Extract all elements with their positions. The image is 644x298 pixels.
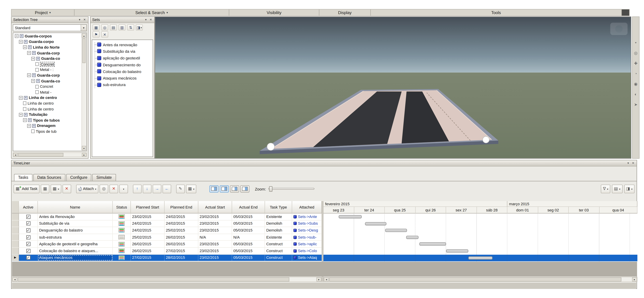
ribbon-collapse-button[interactable] — [622, 10, 629, 16]
tab-configure[interactable]: Configure — [66, 174, 92, 181]
scroll-thumb[interactable] — [82, 38, 86, 63]
clear-attachment-button[interactable]: ✕ — [110, 185, 118, 193]
sets-titlebar[interactable]: Sets ▾ ✕ — [90, 17, 154, 23]
planned-start-cell[interactable]: 25/02/2015 — [131, 234, 165, 240]
row-selector-cell[interactable] — [12, 214, 19, 220]
insert-options-button[interactable]: ▦▾ — [50, 185, 61, 193]
actual-start-cell[interactable]: 23/02/2015 — [198, 254, 232, 261]
planned-end-cell[interactable]: 26/02/2015 — [165, 234, 198, 240]
tree-item[interactable]: −✕Guarda-corp — [14, 73, 82, 78]
task-row[interactable]: ✓Desguarnição do balastro24/02/201525/02… — [12, 227, 322, 234]
row-selector-cell[interactable]: ▶ — [12, 254, 19, 261]
gantt-chart[interactable] — [324, 214, 638, 262]
gantt-row[interactable] — [324, 227, 638, 234]
active-cell[interactable]: ✓ — [19, 227, 38, 234]
selection-set-item[interactable]: Antes da renovação — [92, 41, 153, 48]
tree-item[interactable]: −✕Guarda-corpos — [14, 33, 82, 39]
filter-tasks-button[interactable]: ∇▾ — [601, 185, 610, 193]
tree-vertical-scrollbar[interactable]: ▲ ▼ — [82, 33, 86, 150]
planned-end-cell[interactable]: 25/02/2015 — [165, 227, 198, 234]
tree-expander-icon[interactable]: − — [19, 96, 23, 100]
name-cell[interactable]: Aplicação de geotextil e geogrelha — [38, 241, 113, 247]
actual-start-cell[interactable]: 23/02/2015 — [198, 241, 232, 247]
tree-item[interactable]: −✕Linha de centro — [14, 95, 82, 101]
ribbon-tab-display[interactable]: Display — [319, 10, 371, 16]
active-checkbox[interactable]: ✓ — [26, 221, 30, 226]
actual-start-cell[interactable]: 23/02/2015 — [198, 214, 232, 220]
look-around-icon[interactable]: ◐ — [634, 92, 637, 96]
tree-item[interactable]: Metal - : — [14, 67, 82, 73]
active-cell[interactable]: ✓ — [19, 241, 38, 247]
active-checkbox[interactable]: ✓ — [26, 215, 30, 219]
name-cell[interactable]: Antes da Renovação — [38, 214, 113, 220]
selection-set-item[interactable]: Colocação do balastro — [92, 68, 153, 75]
actual-start-cell[interactable]: 23/02/2015 — [198, 220, 232, 227]
pan-icon[interactable]: ✚ — [634, 62, 638, 66]
actual-start-cell[interactable]: 23/02/2015 — [198, 227, 232, 234]
scroll-left-icon[interactable]: ◄ — [324, 277, 329, 281]
column-header-attached[interactable]: Attached — [292, 201, 322, 214]
delete-set-button[interactable]: ✕ — [101, 31, 108, 38]
move-down-button[interactable]: ↓ — [143, 185, 151, 193]
active-cell[interactable]: ✓ — [19, 214, 38, 220]
view-mode-actual-button[interactable] — [240, 185, 250, 192]
gantt-bar[interactable] — [419, 242, 446, 246]
sort-sets-button[interactable]: ⇅ — [127, 24, 134, 31]
task-row[interactable]: ✓Subtituição de via24/02/201524/02/20152… — [12, 220, 322, 227]
scroll-left-icon[interactable]: ◄ — [13, 153, 18, 157]
planned-start-cell[interactable]: 27/02/2015 — [131, 254, 165, 261]
planned-start-cell[interactable]: 26/02/2015 — [131, 248, 165, 254]
ribbon-tab-visibility[interactable]: Visibility — [229, 10, 319, 16]
tab-tasks[interactable]: Tasks — [14, 174, 32, 181]
actual-end-cell[interactable]: 05/03/2015 — [232, 248, 265, 254]
name-cell[interactable]: Subtituição de via — [38, 220, 113, 227]
actual-end-cell[interactable]: 05/03/2015 — [232, 214, 265, 220]
planned-start-cell[interactable]: 23/02/2015 — [131, 214, 165, 220]
insert-task-button[interactable]: ▦ — [41, 185, 50, 193]
active-checkbox[interactable]: ✓ — [26, 228, 30, 232]
edit-task-button[interactable]: ✎ — [176, 185, 185, 193]
tree-item[interactable]: Linha de centro — [14, 106, 82, 112]
column-header-planned-end[interactable]: Planned End — [165, 201, 198, 214]
actual-end-cell[interactable]: 05/03/2015 — [232, 227, 265, 234]
scroll-right-icon[interactable]: ► — [316, 277, 322, 281]
tree-item[interactable]: Concret — [14, 84, 82, 89]
attached-cell[interactable]: Sets->Ante — [292, 214, 322, 220]
column-header-actual-start[interactable]: Actual Start — [198, 201, 232, 214]
save-selection-set-button[interactable]: ▦ — [92, 24, 100, 31]
task-row[interactable]: ✓Antes da Renovação23/02/201524/02/20152… — [12, 214, 322, 220]
gantt-row[interactable] — [324, 241, 638, 248]
actual-start-cell[interactable]: 23/02/2015 — [198, 248, 232, 254]
tree-item[interactable]: −✕Guarda-co — [14, 78, 82, 84]
column-header-planned-start[interactable]: Planned Start — [131, 201, 165, 214]
name-cell[interactable]: Ataques mecânicos — [38, 254, 113, 261]
scroll-right-icon[interactable]: ► — [82, 153, 86, 157]
tree-expander-icon[interactable]: − — [19, 40, 23, 44]
gantt-horizontal-scrollbar[interactable]: ◄ ► — [324, 277, 638, 282]
row-selector-cell[interactable] — [12, 241, 19, 247]
active-cell[interactable]: ✓ — [19, 254, 38, 261]
gantt-bar[interactable] — [468, 256, 492, 259]
task-row[interactable]: ▶✓Ataques mecânicos27/02/201528/02/20152… — [12, 254, 322, 261]
navbar-dropdown-icon[interactable]: ▾ — [635, 41, 636, 45]
steering-wheel-icon[interactable]: ◎ — [634, 51, 638, 55]
planned-start-cell[interactable]: 24/02/2015 — [131, 227, 165, 234]
export-schedule-button[interactable]: ▤▾ — [612, 185, 622, 193]
tree-item[interactable]: Linha de centro — [14, 101, 82, 106]
name-cell[interactable]: Colocação do balastro e ataques... — [38, 248, 113, 254]
sets-options-button[interactable]: ◨▾ — [136, 24, 143, 31]
tree-expander-icon[interactable]: − — [27, 51, 31, 55]
zoom-slider[interactable] — [268, 188, 314, 190]
duplicate-set-button[interactable]: ▥ — [118, 24, 126, 31]
panel-pin-icon[interactable]: ▾ — [78, 18, 82, 22]
export-sets-button[interactable]: ▤ — [110, 24, 117, 31]
table-horizontal-scrollbar[interactable]: ◄ ► — [12, 277, 322, 282]
tree-item[interactable]: −✕Linha do Norte — [14, 45, 82, 50]
indent-button[interactable]: → — [153, 185, 161, 193]
column-header-status[interactable]: Status — [113, 201, 131, 214]
tree-expander-icon[interactable]: − — [15, 34, 18, 38]
planned-end-cell[interactable]: 28/02/2015 — [165, 254, 198, 261]
orbit-icon[interactable]: ◉ — [634, 82, 638, 86]
tree-item[interactable]: Tipos de tub — [14, 129, 82, 134]
active-checkbox[interactable]: ✓ — [26, 235, 30, 239]
